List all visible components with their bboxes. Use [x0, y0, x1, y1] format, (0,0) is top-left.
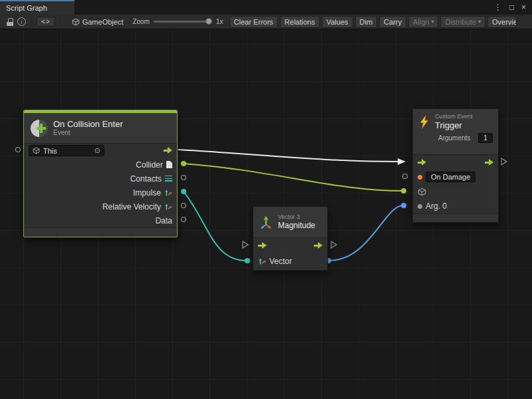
port-event-name-input[interactable]: [403, 174, 408, 179]
maximize-icon[interactable]: □: [509, 3, 514, 11]
overview-button[interactable]: Overview: [487, 16, 517, 28]
node-title: Trigger: [435, 120, 473, 130]
port-label-collider: Collider: [136, 160, 163, 170]
port-this-input[interactable]: [16, 148, 21, 152]
string-port-icon: [418, 175, 422, 180]
clear-errors-button[interactable]: Clear Errors: [229, 16, 278, 28]
port-label-relative-velocity: Relative Velocity: [102, 202, 161, 211]
lightning-bolt-icon: [418, 115, 430, 129]
lock-icon[interactable]: [7, 18, 13, 26]
port-label-contacts: Contacts: [130, 174, 162, 184]
relations-button[interactable]: Relations: [280, 16, 320, 28]
node-header[interactable]: Vector 3 Magnitude: [253, 207, 327, 237]
context-label: GameObject: [82, 18, 124, 26]
port-arg0-input[interactable]: [401, 203, 406, 208]
graph-toolbar: i <> GameObject Zoom 1x Clear Errors Rel…: [0, 15, 532, 29]
separator: [31, 17, 32, 27]
row-impulse: Impulse: [24, 186, 177, 200]
port-impulse-output[interactable]: [181, 189, 186, 194]
node-header[interactable]: Custom Event Trigger Arguments 1: [413, 109, 498, 154]
wire-control-flow[interactable]: [178, 150, 398, 162]
node-subtitle: Event: [53, 129, 123, 137]
node-header[interactable]: On Collision Enter Event: [24, 113, 177, 143]
titlebar: Script Graph ⋮ □ ×: [0, 0, 532, 15]
row-event-name: On Damage: [413, 170, 498, 184]
align-dropdown[interactable]: Align ▾: [408, 16, 438, 28]
arguments-count-field[interactable]: 1: [478, 133, 493, 143]
row-event-target: [413, 184, 498, 199]
control-input-arrow-icon[interactable]: [258, 242, 267, 249]
menu-icon[interactable]: ⋮: [494, 3, 502, 11]
port-vector-input[interactable]: [245, 258, 250, 263]
zoom-label: Zoom: [132, 18, 150, 25]
port-contacts-output[interactable]: [182, 176, 186, 180]
node-footer: [413, 214, 498, 222]
port-label-impulse: Impulse: [133, 188, 161, 198]
port-relative-velocity-output[interactable]: [182, 203, 186, 208]
row-control: [253, 238, 327, 253]
port-vector-control-input[interactable]: [243, 241, 248, 248]
port-trigger-control-output[interactable]: [501, 158, 507, 165]
tab-script-graph[interactable]: Script Graph: [0, 0, 74, 15]
distribute-label: Distribute: [445, 18, 475, 26]
row-vector: Vector: [253, 253, 327, 270]
list-type-icon: [165, 176, 172, 182]
wire-impulse-to-vector[interactable]: [184, 192, 247, 261]
control-output-arrow-icon[interactable]: [485, 159, 493, 166]
row-collider: Collider: [24, 158, 177, 172]
dim-button[interactable]: Dim: [355, 16, 378, 28]
node-overtitle: Custom Event: [435, 113, 473, 120]
wire-collider-to-event-target[interactable]: [184, 164, 403, 191]
target-object-value: This: [43, 147, 91, 155]
port-label-vector: Vector: [269, 257, 292, 266]
code-view-button[interactable]: <>: [37, 17, 55, 27]
carry-button[interactable]: Carry: [379, 16, 406, 28]
node-vector3-magnitude[interactable]: Vector 3 Magnitude Vector: [253, 206, 328, 271]
port-label-data: Data: [156, 216, 172, 225]
zoom-slider-handle[interactable]: [205, 18, 212, 25]
window-controls: ⋮ □ ×: [494, 0, 532, 15]
row-contacts: Contacts: [24, 172, 177, 186]
graph-canvas[interactable]: On Collision Enter Event This ⊙ Collider…: [0, 29, 532, 399]
port-event-target-input[interactable]: [401, 188, 406, 194]
arg0-label: Arg. 0: [426, 201, 447, 211]
wire-magnitude-to-arg0[interactable]: [329, 205, 403, 261]
object-picker-icon[interactable]: ⊙: [94, 147, 100, 154]
port-vector-control-output[interactable]: [331, 241, 336, 248]
row-data: Data: [24, 213, 177, 227]
node-title: Magnitude: [278, 221, 315, 231]
event-name-field[interactable]: On Damage: [426, 172, 475, 182]
target-object-field[interactable]: This ⊙: [29, 145, 104, 156]
close-icon[interactable]: ×: [521, 3, 526, 11]
tab-title: Script Graph: [6, 4, 47, 12]
distribute-dropdown[interactable]: Distribute ▾: [440, 16, 485, 28]
gameobject-cube-icon: [72, 18, 80, 26]
collision-event-icon: [31, 120, 48, 137]
cube-icon: [418, 188, 426, 196]
zoom-value: 1x: [216, 18, 223, 25]
values-button[interactable]: Values: [322, 16, 353, 28]
zoom-slider[interactable]: [154, 21, 211, 23]
row-target: This ⊙: [24, 144, 177, 158]
node-overtitle: Vector 3: [278, 213, 315, 221]
control-output-arrow-icon[interactable]: [314, 242, 323, 249]
row-control: [413, 155, 498, 170]
control-input-arrow-icon[interactable]: [418, 159, 426, 166]
chevron-down-icon: ▾: [431, 19, 434, 25]
port-data-output[interactable]: [182, 217, 186, 222]
vector3-type-icon: [164, 203, 172, 211]
control-output-arrow-icon[interactable]: [164, 147, 172, 154]
info-icon[interactable]: i: [17, 17, 26, 26]
node-custom-event-trigger[interactable]: Custom Event Trigger Arguments 1 On Dama…: [412, 108, 499, 223]
arguments-label: Arguments: [438, 134, 470, 142]
vector3-icon: [258, 214, 274, 230]
row-arg0: Arg. 0: [413, 199, 498, 213]
separator: [60, 17, 61, 27]
arg0-port-icon: [418, 204, 422, 209]
row-relative-velocity: Relative Velocity: [24, 200, 177, 213]
node-footer: [24, 228, 177, 237]
node-on-collision-enter[interactable]: On Collision Enter Event This ⊙ Collider…: [23, 110, 178, 237]
graph-context[interactable]: GameObject: [72, 18, 124, 26]
collider-type-icon: [166, 161, 172, 168]
port-collider-output[interactable]: [181, 161, 186, 166]
